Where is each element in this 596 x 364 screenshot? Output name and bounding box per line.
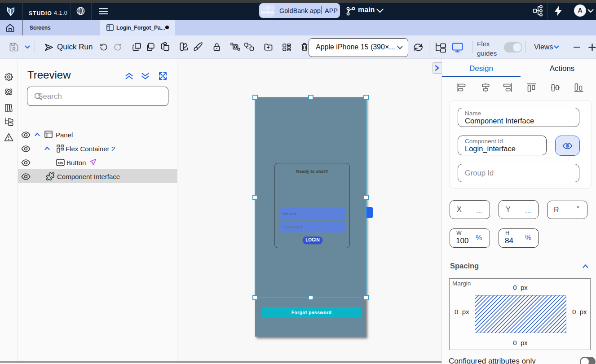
- svg-text:BTN: BTN: [58, 162, 63, 164]
